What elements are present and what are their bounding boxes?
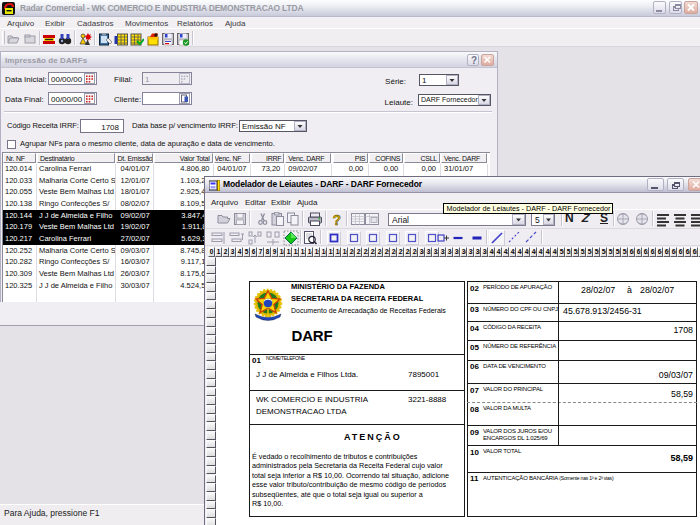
svg-text:?: ? xyxy=(333,212,342,228)
